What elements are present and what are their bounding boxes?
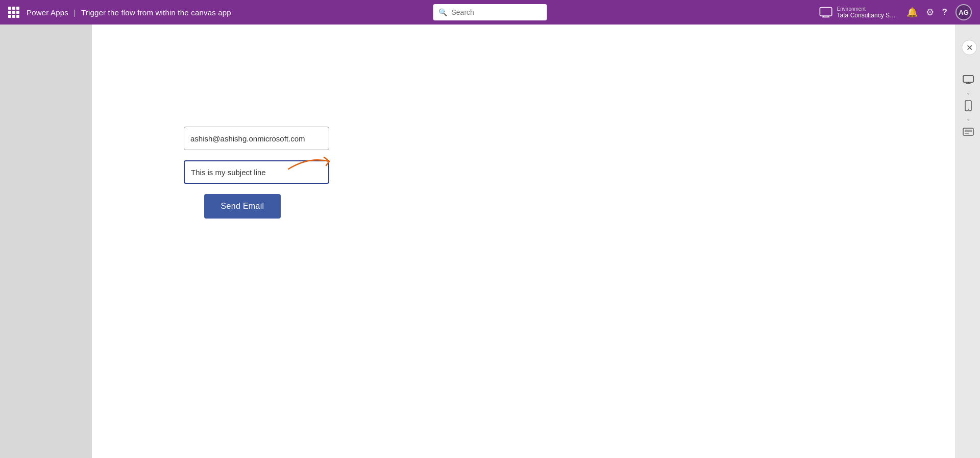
right-sidebar: ✕ ⌄ ⌄ <box>955 25 980 458</box>
environment-icon <box>819 5 833 19</box>
svg-rect-0 <box>820 8 831 16</box>
close-button[interactable]: ✕ <box>962 40 977 55</box>
page-title: Trigger the flow from within the canvas … <box>81 8 231 17</box>
topbar-right: Environment Tata Consultancy Servic... 🔔… <box>819 4 972 20</box>
subject-input[interactable] <box>184 160 329 184</box>
environment-label: Environment <box>837 6 898 12</box>
desktop-view-button[interactable] <box>959 71 977 88</box>
app-name: Power Apps <box>27 8 68 17</box>
mobile-chevron-icon[interactable]: ⌄ <box>966 116 970 122</box>
left-sidebar <box>0 25 92 458</box>
topbar-left: Power Apps | Trigger the flow from withi… <box>8 7 231 18</box>
apps-grid-icon[interactable] <box>8 7 19 18</box>
svg-rect-1 <box>963 76 973 82</box>
help-question-icon[interactable]: ? <box>942 7 947 17</box>
desktop-chevron-icon[interactable]: ⌄ <box>966 90 970 95</box>
environment-name: Tata Consultancy Servic... <box>837 12 898 19</box>
fit-view-button[interactable] <box>959 124 977 140</box>
email-input[interactable] <box>184 127 329 150</box>
main-layout: Send Email ✕ ⌄ ⌄ <box>0 25 980 458</box>
topbar: Power Apps | Trigger the flow from withi… <box>0 0 980 25</box>
search-input[interactable] <box>433 4 547 20</box>
user-avatar[interactable]: AG <box>955 4 972 20</box>
avatar-initials: AG <box>959 9 969 16</box>
svg-point-3 <box>968 109 969 110</box>
canvas-area: Send Email <box>92 25 955 458</box>
send-email-label: Send Email <box>221 202 264 210</box>
fit-icon <box>963 128 974 136</box>
search-icon: 🔍 <box>438 8 447 16</box>
send-email-button[interactable]: Send Email <box>204 194 281 219</box>
mobile-icon <box>965 100 972 111</box>
close-icon: ✕ <box>966 43 973 53</box>
search-bar: 🔍 <box>433 4 547 20</box>
notification-bell-icon[interactable]: 🔔 <box>906 7 918 18</box>
environment-info: Environment Tata Consultancy Servic... <box>819 5 898 19</box>
environment-text: Environment Tata Consultancy Servic... <box>837 6 898 19</box>
title-pipe: | <box>71 8 78 17</box>
settings-gear-icon[interactable]: ⚙ <box>926 7 934 18</box>
view-switcher-group: ⌄ ⌄ <box>959 71 977 140</box>
canvas-form: Send Email <box>184 127 329 219</box>
app-title: Power Apps | Trigger the flow from withi… <box>27 8 231 17</box>
desktop-icon <box>963 75 974 84</box>
subject-wrapper <box>184 160 329 184</box>
mobile-view-button[interactable] <box>959 98 977 114</box>
